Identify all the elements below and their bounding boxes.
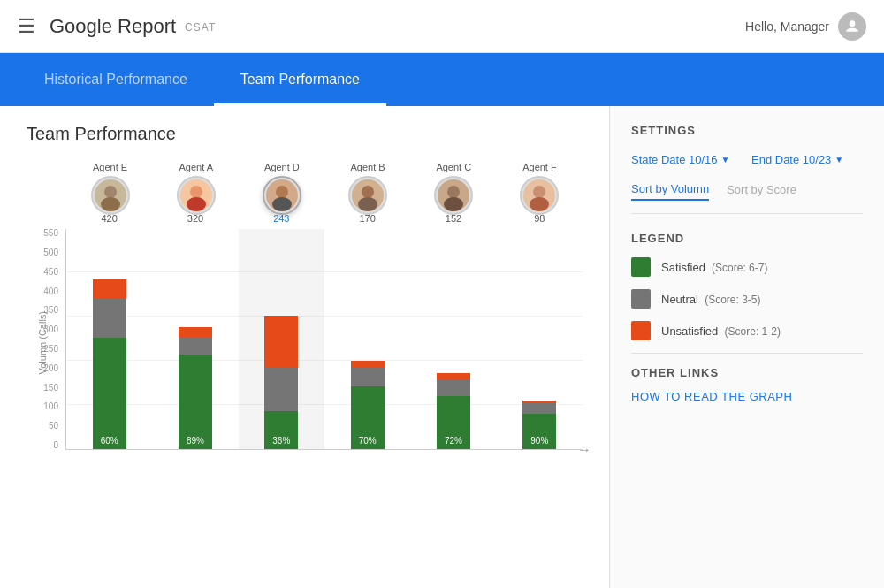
sort-row: Sort by Volumn Sort by Score <box>631 182 863 214</box>
divider <box>631 353 863 354</box>
bar-agent-A: 320 89% <box>152 229 238 449</box>
chart-area: Agent E Agent A Agent D <box>27 162 583 498</box>
bar-agent-F: 98 90% <box>497 229 583 449</box>
tab-team[interactable]: Team Performance <box>214 53 386 106</box>
menu-icon[interactable]: ☰ <box>18 15 35 38</box>
svg-point-15 <box>444 197 463 211</box>
left-panel: Team Performance Agent E Agent A <box>0 106 610 588</box>
agent-col-F: Agent F <box>497 162 583 215</box>
other-links-title: OTHER LINKS <box>631 366 863 379</box>
legend-swatch-unsatisfied <box>631 321 651 340</box>
legend-swatch-satisfied <box>631 257 651 277</box>
date-row: State Date 10/16 ▼ End Date 10/23 ▼ <box>631 149 863 170</box>
main-layout: Team Performance Agent E Agent A <box>0 106 884 588</box>
y-axis-label: Volumn (Calls) <box>37 311 48 375</box>
chevron-down-icon: ▼ <box>834 155 843 164</box>
agent-avatar-E <box>91 176 130 215</box>
svg-point-2 <box>104 186 117 198</box>
svg-point-12 <box>358 197 377 211</box>
bar-agent-E: 420 60% <box>66 229 152 449</box>
how-to-read-link[interactable]: HOW TO READ THE GRAPH <box>631 390 792 403</box>
svg-point-9 <box>272 197 292 211</box>
agent-avatar-D <box>263 176 301 215</box>
legend-item-neutral: Neutral (Score: 3-5) <box>631 289 863 309</box>
svg-point-5 <box>190 186 202 198</box>
bars-area: 420 60% 320 <box>65 229 583 450</box>
svg-point-11 <box>362 186 374 198</box>
agent-col-A: Agent A <box>153 162 239 215</box>
agent-col-B: Agent B <box>325 162 411 215</box>
agent-avatar-C <box>434 176 473 215</box>
start-date-button[interactable]: State Date 10/16 ▼ <box>631 149 743 170</box>
agent-avatar-B <box>348 176 387 215</box>
legend-title: LEGEND <box>631 232 863 245</box>
svg-point-8 <box>276 186 288 198</box>
agent-col-C: Agent C <box>411 162 497 215</box>
svg-point-6 <box>187 197 206 211</box>
greeting-text: Hello, Manager <box>745 19 829 34</box>
sort-by-score-button[interactable]: Sort by Score <box>727 182 796 201</box>
x-axis-arrow: → <box>577 442 591 458</box>
bar-agent-B: 170 70% <box>324 229 410 449</box>
svg-point-18 <box>530 197 549 211</box>
app-subtitle: CSAT <box>185 21 216 34</box>
tab-historical[interactable]: Historical Performance <box>18 53 214 106</box>
nav-tabs: Historical Performance Team Performance <box>0 53 884 106</box>
right-panel: SETTINGS State Date 10/16 ▼ End Date 10/… <box>610 106 884 588</box>
legend-item-satisfied: Satisfied (Score: 6-7) <box>631 257 863 277</box>
header-right: Hello, Manager <box>745 12 866 41</box>
svg-point-17 <box>533 186 545 198</box>
svg-point-3 <box>101 197 120 211</box>
header: ☰ Google Report CSAT Hello, Manager <box>0 0 884 53</box>
chevron-down-icon: ▼ <box>721 155 730 164</box>
app-title: Google Report <box>50 15 176 38</box>
agent-avatar-F <box>520 176 559 215</box>
agent-avatar-A <box>177 176 216 215</box>
end-date-button[interactable]: End Date 10/23 ▼ <box>751 149 863 170</box>
legend-swatch-neutral <box>631 289 651 309</box>
agent-col-E: Agent E <box>67 162 153 215</box>
legend-item-unsatisfied: Unsatisfied (Score: 1-2) <box>631 321 863 340</box>
svg-point-0 <box>850 20 856 27</box>
bar-agent-D: 243 36% <box>239 229 324 449</box>
avatar <box>838 12 866 41</box>
settings-title: SETTINGS <box>631 124 863 137</box>
svg-point-14 <box>447 186 460 198</box>
sort-by-volumn-button[interactable]: Sort by Volumn <box>631 182 709 201</box>
section-title: Team Performance <box>27 124 583 144</box>
bar-agent-C: 152 72% <box>410 229 496 449</box>
agent-col-D: Agent D <box>239 162 324 215</box>
